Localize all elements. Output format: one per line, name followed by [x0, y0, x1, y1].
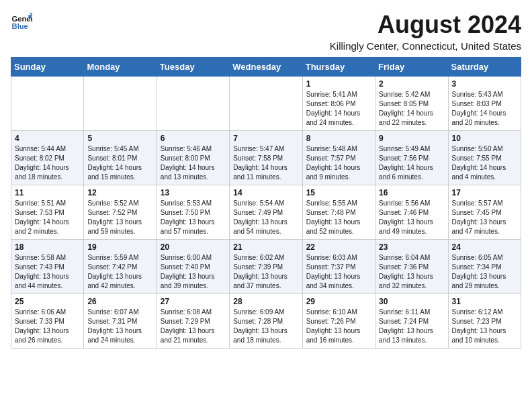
- day-number: 21: [233, 242, 298, 252]
- calendar-day-cell: 26Sunrise: 6:07 AM Sunset: 7:31 PM Dayli…: [84, 294, 157, 349]
- day-number: 30: [379, 297, 444, 306]
- calendar-day-cell: 17Sunrise: 5:57 AM Sunset: 7:45 PM Dayli…: [448, 185, 521, 240]
- calendar-day-cell: 28Sunrise: 6:09 AM Sunset: 7:28 PM Dayli…: [230, 294, 302, 349]
- location-subtitle: Killingly Center, Connecticut, United St…: [330, 40, 521, 52]
- calendar-week-row: 4Sunrise: 5:44 AM Sunset: 8:02 PM Daylig…: [11, 131, 521, 185]
- calendar-day-cell: 25Sunrise: 6:06 AM Sunset: 7:33 PM Dayli…: [11, 294, 84, 349]
- calendar-day-cell: 1Sunrise: 5:41 AM Sunset: 8:06 PM Daylig…: [302, 77, 375, 131]
- day-info: Sunrise: 5:47 AM Sunset: 7:58 PM Dayligh…: [233, 144, 298, 182]
- day-number: 23: [379, 242, 444, 252]
- day-number: 3: [452, 79, 517, 89]
- calendar-day-cell: 22Sunrise: 6:03 AM Sunset: 7:37 PM Dayli…: [302, 240, 375, 294]
- day-number: 31: [452, 297, 517, 306]
- day-number: 13: [161, 188, 226, 197]
- calendar-day-cell: 24Sunrise: 6:05 AM Sunset: 7:34 PM Dayli…: [448, 240, 521, 294]
- day-number: 28: [233, 297, 298, 306]
- day-number: 16: [379, 188, 444, 197]
- calendar-day-cell: 14Sunrise: 5:54 AM Sunset: 7:49 PM Dayli…: [230, 185, 302, 240]
- calendar-day-cell: 15Sunrise: 5:55 AM Sunset: 7:48 PM Dayli…: [302, 185, 375, 240]
- day-number: 4: [15, 134, 80, 143]
- calendar-day-cell: 23Sunrise: 6:04 AM Sunset: 7:36 PM Dayli…: [375, 240, 448, 294]
- logo-icon: General Blue: [11, 11, 32, 32]
- day-info: Sunrise: 5:43 AM Sunset: 8:03 PM Dayligh…: [452, 90, 517, 128]
- day-info: Sunrise: 5:51 AM Sunset: 7:53 PM Dayligh…: [15, 199, 80, 236]
- day-info: Sunrise: 6:00 AM Sunset: 7:40 PM Dayligh…: [161, 253, 226, 291]
- calendar-day-cell: 29Sunrise: 6:10 AM Sunset: 7:26 PM Dayli…: [302, 294, 375, 349]
- day-number: 17: [452, 188, 517, 197]
- calendar-day-cell: 21Sunrise: 6:02 AM Sunset: 7:39 PM Dayli…: [230, 240, 302, 294]
- calendar-week-row: 11Sunrise: 5:51 AM Sunset: 7:53 PM Dayli…: [11, 185, 521, 240]
- day-info: Sunrise: 6:09 AM Sunset: 7:28 PM Dayligh…: [233, 308, 298, 345]
- calendar-day-cell: 5Sunrise: 5:45 AM Sunset: 8:01 PM Daylig…: [84, 131, 157, 185]
- day-info: Sunrise: 5:58 AM Sunset: 7:43 PM Dayligh…: [15, 253, 80, 291]
- day-info: Sunrise: 5:49 AM Sunset: 7:56 PM Dayligh…: [379, 144, 444, 182]
- day-info: Sunrise: 6:06 AM Sunset: 7:33 PM Dayligh…: [15, 308, 80, 345]
- calendar-table: SundayMondayTuesdayWednesdayThursdayFrid…: [11, 57, 521, 349]
- calendar-week-row: 25Sunrise: 6:06 AM Sunset: 7:33 PM Dayli…: [11, 294, 521, 349]
- day-info: Sunrise: 5:59 AM Sunset: 7:42 PM Dayligh…: [87, 253, 152, 291]
- calendar-header-row: SundayMondayTuesdayWednesdayThursdayFrid…: [11, 58, 521, 77]
- day-number: 1: [306, 79, 371, 89]
- calendar-day-cell: 20Sunrise: 6:00 AM Sunset: 7:40 PM Dayli…: [157, 240, 229, 294]
- calendar-day-cell: [230, 77, 302, 131]
- calendar-day-cell: 27Sunrise: 6:08 AM Sunset: 7:29 PM Dayli…: [157, 294, 229, 349]
- day-number: 11: [15, 188, 80, 197]
- day-of-week-header: Saturday: [448, 58, 521, 77]
- day-number: 10: [452, 134, 517, 143]
- day-info: Sunrise: 5:54 AM Sunset: 7:49 PM Dayligh…: [233, 199, 298, 236]
- page-header: General Blue August 2024 Killingly Cente…: [11, 11, 521, 52]
- day-info: Sunrise: 5:53 AM Sunset: 7:50 PM Dayligh…: [161, 199, 226, 236]
- calendar-day-cell: 13Sunrise: 5:53 AM Sunset: 7:50 PM Dayli…: [157, 185, 229, 240]
- day-number: 12: [87, 188, 152, 197]
- day-info: Sunrise: 5:44 AM Sunset: 8:02 PM Dayligh…: [15, 144, 80, 182]
- calendar-day-cell: 18Sunrise: 5:58 AM Sunset: 7:43 PM Dayli…: [11, 240, 84, 294]
- day-info: Sunrise: 5:57 AM Sunset: 7:45 PM Dayligh…: [452, 199, 517, 236]
- calendar-day-cell: 2Sunrise: 5:42 AM Sunset: 8:05 PM Daylig…: [375, 77, 448, 131]
- day-number: 5: [87, 134, 152, 143]
- day-info: Sunrise: 6:12 AM Sunset: 7:23 PM Dayligh…: [452, 308, 517, 345]
- calendar-day-cell: 3Sunrise: 5:43 AM Sunset: 8:03 PM Daylig…: [448, 77, 521, 131]
- day-number: 19: [87, 242, 152, 252]
- day-number: 26: [87, 297, 152, 306]
- day-info: Sunrise: 6:04 AM Sunset: 7:36 PM Dayligh…: [379, 253, 444, 291]
- day-of-week-header: Friday: [375, 58, 448, 77]
- calendar-week-row: 1Sunrise: 5:41 AM Sunset: 8:06 PM Daylig…: [11, 77, 521, 131]
- day-of-week-header: Sunday: [11, 58, 84, 77]
- day-info: Sunrise: 6:11 AM Sunset: 7:24 PM Dayligh…: [379, 308, 444, 345]
- day-of-week-header: Tuesday: [157, 58, 229, 77]
- calendar-day-cell: 6Sunrise: 5:46 AM Sunset: 8:00 PM Daylig…: [157, 131, 229, 185]
- calendar-day-cell: [84, 77, 157, 131]
- calendar-day-cell: 30Sunrise: 6:11 AM Sunset: 7:24 PM Dayli…: [375, 294, 448, 349]
- day-info: Sunrise: 5:50 AM Sunset: 7:55 PM Dayligh…: [452, 144, 517, 182]
- day-number: 25: [15, 297, 80, 306]
- day-number: 8: [306, 134, 371, 143]
- day-number: 9: [379, 134, 444, 143]
- day-info: Sunrise: 6:02 AM Sunset: 7:39 PM Dayligh…: [233, 253, 298, 291]
- day-info: Sunrise: 5:46 AM Sunset: 8:00 PM Dayligh…: [161, 144, 226, 182]
- day-number: 29: [306, 297, 371, 306]
- day-info: Sunrise: 6:07 AM Sunset: 7:31 PM Dayligh…: [87, 308, 152, 345]
- day-info: Sunrise: 5:42 AM Sunset: 8:05 PM Dayligh…: [379, 90, 444, 128]
- calendar-day-cell: [11, 77, 84, 131]
- day-number: 20: [161, 242, 226, 252]
- day-info: Sunrise: 5:52 AM Sunset: 7:52 PM Dayligh…: [87, 199, 152, 236]
- day-number: 18: [15, 242, 80, 252]
- day-number: 24: [452, 242, 517, 252]
- day-number: 14: [233, 188, 298, 197]
- calendar-day-cell: 11Sunrise: 5:51 AM Sunset: 7:53 PM Dayli…: [11, 185, 84, 240]
- svg-text:Blue: Blue: [12, 22, 28, 30]
- day-info: Sunrise: 5:41 AM Sunset: 8:06 PM Dayligh…: [306, 90, 371, 128]
- month-year-title: August 2024: [330, 11, 521, 39]
- day-number: 7: [233, 134, 298, 143]
- day-of-week-header: Thursday: [302, 58, 375, 77]
- calendar-day-cell: 7Sunrise: 5:47 AM Sunset: 7:58 PM Daylig…: [230, 131, 302, 185]
- calendar-day-cell: 12Sunrise: 5:52 AM Sunset: 7:52 PM Dayli…: [84, 185, 157, 240]
- calendar-day-cell: 19Sunrise: 5:59 AM Sunset: 7:42 PM Dayli…: [84, 240, 157, 294]
- day-info: Sunrise: 6:08 AM Sunset: 7:29 PM Dayligh…: [161, 308, 226, 345]
- day-number: 2: [379, 79, 444, 89]
- day-info: Sunrise: 5:55 AM Sunset: 7:48 PM Dayligh…: [306, 199, 371, 236]
- day-number: 22: [306, 242, 371, 252]
- day-number: 27: [161, 297, 226, 306]
- calendar-day-cell: 9Sunrise: 5:49 AM Sunset: 7:56 PM Daylig…: [375, 131, 448, 185]
- day-of-week-header: Monday: [84, 58, 157, 77]
